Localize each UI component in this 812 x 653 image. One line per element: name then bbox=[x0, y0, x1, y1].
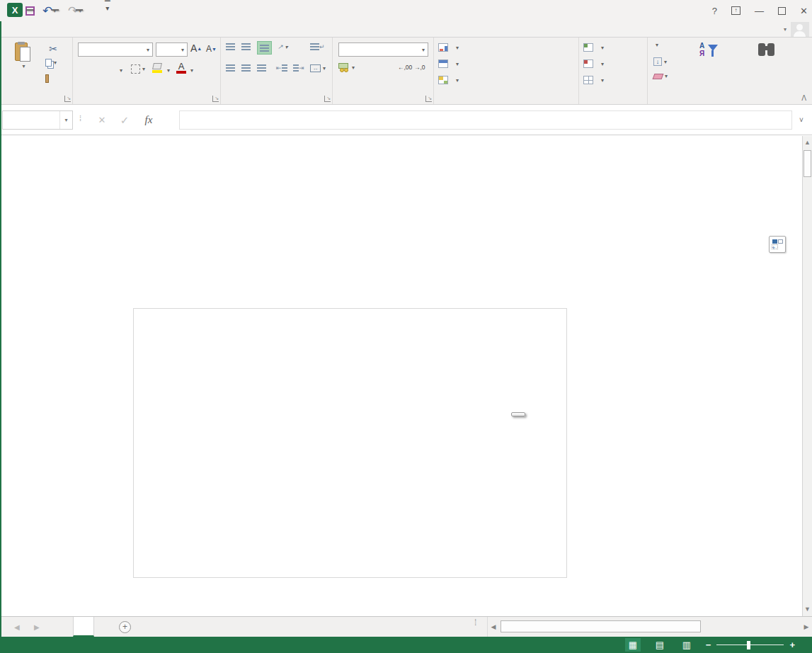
align-top-button[interactable] bbox=[226, 43, 235, 50]
align-middle-button[interactable] bbox=[241, 43, 251, 50]
cell-styles-button[interactable]: ▾ bbox=[438, 76, 459, 84]
next-sheet-button[interactable]: ▶ bbox=[34, 617, 40, 637]
find-select-button[interactable] bbox=[741, 42, 792, 60]
delete-cells-button[interactable]: ▾ bbox=[583, 59, 604, 68]
format-cells-icon bbox=[583, 76, 593, 84]
keytip-redo bbox=[76, 9, 83, 11]
font-dialog-launcher[interactable]: ↘ bbox=[212, 96, 219, 102]
insert-function-button[interactable]: fx bbox=[139, 110, 159, 130]
scroll-left-icon[interactable]: ◀ bbox=[488, 620, 498, 633]
wrap-text-button[interactable]: ↵ bbox=[310, 43, 325, 50]
format-painter-icon bbox=[45, 74, 49, 83]
format-painter-button[interactable] bbox=[45, 74, 49, 83]
underline-dropdown-icon[interactable]: ▾ bbox=[120, 67, 122, 74]
fill-color-dropdown-icon[interactable]: ▾ bbox=[167, 67, 170, 74]
new-sheet-button[interactable]: + bbox=[119, 621, 131, 633]
increase-font-button[interactable]: А▲ bbox=[190, 42, 202, 54]
merge-center-icon: ↔ bbox=[310, 64, 321, 72]
autofill-options-button[interactable]: + bbox=[769, 236, 786, 253]
accounting-format-button[interactable]: ▾ bbox=[338, 63, 355, 72]
scroll-right-icon[interactable]: ▶ bbox=[801, 620, 811, 633]
collapse-ribbon-button[interactable]: ᐱ bbox=[801, 94, 806, 102]
prev-sheet-button[interactable]: ◀ bbox=[14, 617, 20, 637]
vertical-scroll-thumb[interactable] bbox=[804, 150, 811, 177]
align-right-button[interactable] bbox=[257, 64, 266, 72]
redo-dropdown-icon: ▾ bbox=[79, 8, 81, 14]
vertical-scrollbar[interactable]: ▲ ▼ bbox=[802, 136, 812, 616]
sheet-tab-list1[interactable] bbox=[73, 617, 94, 637]
sort-filter-button[interactable]: А Я bbox=[679, 42, 738, 60]
font-name-combo[interactable]: ▾ bbox=[78, 42, 153, 57]
zoom-in-button[interactable]: + bbox=[789, 640, 795, 650]
help-button[interactable]: ? bbox=[712, 6, 717, 16]
borders-button[interactable]: ▾ bbox=[131, 64, 145, 74]
ribbon-display-options-button[interactable]: ↑ bbox=[731, 6, 740, 15]
number-dialog-launcher[interactable]: ↘ bbox=[425, 96, 432, 102]
undo-icon: ↶ bbox=[42, 4, 52, 18]
number-format-combo[interactable]: ▾ bbox=[338, 42, 428, 57]
align-left-button[interactable] bbox=[226, 64, 235, 72]
decrease-decimal-button[interactable]: →,0 bbox=[414, 64, 425, 71]
normal-view-button[interactable]: ▦ bbox=[625, 638, 641, 652]
font-size-combo[interactable]: ▾ bbox=[156, 42, 188, 57]
chart-object[interactable] bbox=[133, 308, 567, 578]
page-break-view-button[interactable]: ▥ bbox=[679, 638, 694, 652]
zoom-out-button[interactable]: − bbox=[706, 640, 711, 650]
fill-color-button[interactable] bbox=[152, 63, 162, 73]
find-select-icon bbox=[757, 42, 777, 60]
fill-button[interactable]: ↓▾ bbox=[653, 57, 667, 66]
close-button[interactable]: ✕ bbox=[800, 6, 808, 16]
copy-button[interactable]: ▾ bbox=[45, 59, 57, 67]
group-editing: ▾ ↓▾ ▾ А Я bbox=[648, 38, 796, 104]
merge-center-button[interactable]: ↔▾ bbox=[310, 64, 326, 72]
name-box-dropdown-icon[interactable]: ▾ bbox=[59, 111, 72, 129]
formula-bar-expand-button[interactable]: ˅ bbox=[794, 110, 809, 130]
autosum-button[interactable]: ▾ bbox=[653, 42, 658, 48]
undo-dropdown-icon[interactable]: ▾ bbox=[53, 8, 56, 14]
font-color-button[interactable]: А bbox=[176, 62, 186, 74]
cut-button[interactable]: ✂ bbox=[45, 43, 61, 55]
format-cells-button[interactable]: ▾ bbox=[583, 76, 604, 84]
insert-cells-button[interactable]: ▾ bbox=[583, 43, 604, 52]
horizontal-scrollbar[interactable]: ◀ ▶ bbox=[487, 617, 812, 637]
zoom-slider[interactable] bbox=[716, 640, 784, 649]
redo-button[interactable]: ↷▾ bbox=[68, 3, 81, 18]
paste-icon bbox=[13, 42, 32, 63]
align-bottom-button[interactable] bbox=[257, 41, 272, 55]
alignment-dialog-launcher[interactable]: ↘ bbox=[324, 96, 331, 102]
font-color-dropdown-icon[interactable]: ▾ bbox=[190, 67, 193, 74]
formula-input[interactable] bbox=[179, 110, 792, 130]
avatar[interactable] bbox=[791, 22, 809, 37]
clipboard-dialog-launcher[interactable]: ↘ bbox=[64, 96, 71, 102]
conditional-formatting-button[interactable]: ▾ bbox=[438, 43, 459, 52]
clear-button[interactable]: ▾ bbox=[653, 73, 668, 79]
paste-button[interactable]: ▾ bbox=[4, 42, 41, 69]
group-clipboard: ▾ ✂ ▾ ↘ bbox=[0, 38, 73, 104]
maximize-button[interactable] bbox=[778, 7, 786, 15]
qat-customize-button[interactable]: ▔▾ bbox=[105, 3, 110, 18]
increase-indent-button[interactable]: ⇥ bbox=[293, 64, 304, 72]
name-box[interactable]: ▾ bbox=[2, 110, 73, 130]
decrease-indent-button[interactable]: ⇤ bbox=[276, 64, 287, 72]
zoom-slider-thumb[interactable] bbox=[747, 641, 750, 649]
account-dropdown-icon[interactable]: ▾ bbox=[784, 26, 787, 33]
scroll-down-icon[interactable]: ▼ bbox=[803, 603, 812, 615]
cell-styles-icon bbox=[438, 76, 448, 84]
sort-filter-icon: А Я bbox=[698, 42, 719, 60]
tab-scrollbar-splitter[interactable]: ⁞ bbox=[474, 620, 476, 625]
save-button[interactable] bbox=[25, 3, 35, 18]
increase-decimal-button[interactable]: ←,00 bbox=[398, 64, 412, 71]
group-styles: ▾ ▾ ▾ bbox=[434, 38, 579, 104]
undo-button[interactable]: ↶▾ bbox=[42, 3, 56, 18]
align-center-button[interactable] bbox=[241, 64, 251, 72]
minimize-button[interactable]: — bbox=[755, 6, 764, 16]
horizontal-scroll-thumb[interactable] bbox=[501, 620, 701, 632]
format-as-table-button[interactable]: ▾ bbox=[438, 59, 459, 68]
keytip-undo bbox=[52, 9, 59, 11]
decrease-font-button[interactable]: А▼ bbox=[206, 44, 217, 54]
scroll-up-icon[interactable]: ▲ bbox=[803, 137, 812, 149]
orientation-button[interactable]: ↗▾ bbox=[278, 43, 288, 50]
page-layout-view-button[interactable]: ▤ bbox=[652, 638, 668, 652]
excel-window: X ↶▾ ↷▾ ▔▾ ? ↑ — ✕ ▾ bbox=[0, 0, 812, 653]
account-area[interactable]: ▾ bbox=[779, 21, 809, 38]
